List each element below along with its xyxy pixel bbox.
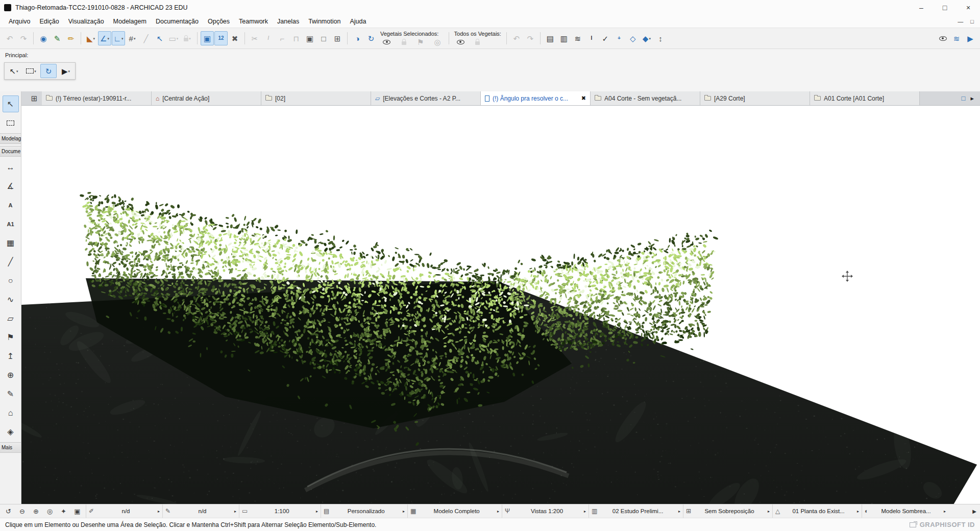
menu-edicao[interactable]: Edição	[35, 15, 63, 28]
overlay-field[interactable]: ⊞Sem Sobreposição▸	[683, 504, 772, 518]
layer-combination-field[interactable]: ▤Personalizado▸	[321, 504, 407, 518]
tab-7[interactable]: A01 Corte [A01 Corte]	[810, 91, 920, 105]
dimension-style-field[interactable]: ΨVistas 1:200▸	[502, 504, 589, 518]
label-tool[interactable]: A1	[3, 215, 19, 232]
tab-6[interactable]: [A29 Corte]	[700, 91, 810, 105]
select-mode-icon[interactable]: ↖▾	[6, 64, 22, 78]
lock-icon[interactable]: ▾	[181, 31, 194, 45]
split-icon[interactable]: /	[262, 31, 275, 45]
markup-icon[interactable]: ✓	[599, 31, 612, 45]
dimension-tool[interactable]: ↔	[3, 159, 19, 176]
quick-view-options-icon[interactable]	[936, 31, 949, 45]
menu-modelagem[interactable]: Modelagem	[109, 15, 151, 28]
menu-visualizacao[interactable]: Visualização	[64, 15, 109, 28]
marquee-tool[interactable]	[3, 114, 19, 131]
tab-4[interactable]: (!) Ângulo pra resolver o c...✖	[481, 91, 591, 105]
menu-twinmotion[interactable]: Twinmotion	[304, 15, 345, 28]
tab-list-icon[interactable]: ▸	[970, 94, 974, 102]
frame-icon[interactable]: ▭▾	[167, 31, 180, 45]
tab-1[interactable]: ⌂[Central de Ação]	[152, 91, 261, 105]
text-tool[interactable]: A	[3, 197, 19, 213]
line-type-field[interactable]: ✎n/d▸	[162, 504, 239, 518]
object-tool[interactable]: ⌂	[3, 404, 19, 421]
graphisoft-id-badge[interactable]: GRAPHISOFT ID	[910, 521, 975, 528]
lock-all-icon[interactable]	[473, 37, 482, 46]
fills-icon[interactable]: ≋	[571, 31, 584, 45]
tab-2[interactable]: [02]	[261, 91, 371, 105]
circle-tool[interactable]: ○	[3, 272, 19, 289]
tab-0[interactable]: (!) Térreo (estar)-190911-r...	[42, 91, 152, 105]
sidebar-section-modelag[interactable]: Modelag	[0, 133, 21, 144]
sidebar-section-mais[interactable]: Mais	[0, 442, 21, 453]
tab-3[interactable]: ▱[Elevações e Cortes - A2 P...	[371, 91, 481, 105]
pan-icon[interactable]: ◎	[43, 505, 56, 517]
coordinates-icon[interactable]: ✖	[228, 31, 241, 45]
text-style-icon[interactable]: I	[585, 31, 598, 45]
menu-documentacao[interactable]: Documentação	[151, 15, 203, 28]
detail-tool[interactable]: ✎	[3, 385, 19, 402]
measure-icon[interactable]: +	[612, 31, 626, 45]
tab-overview-icon[interactable]: □	[962, 94, 966, 102]
arrow-tool[interactable]: ↖	[3, 95, 19, 112]
rotate-view-icon[interactable]: ↻	[40, 64, 57, 78]
find-select-icon[interactable]: ◉	[37, 31, 50, 45]
lock-selected-icon[interactable]	[399, 37, 408, 46]
intersect-icon[interactable]: ⊓	[289, 31, 303, 45]
transfer-settings-icon[interactable]: ↕	[654, 31, 667, 45]
menu-ajuda[interactable]: Ajuda	[345, 15, 371, 28]
ungroup-icon[interactable]: □	[317, 31, 330, 45]
line-tool[interactable]: ╱	[3, 253, 19, 270]
go-to-view-icon[interactable]: ▶	[964, 31, 977, 45]
tab-close-icon[interactable]: ✖	[581, 95, 586, 102]
tracker-icon[interactable]: 12	[214, 31, 228, 45]
element-snap-icon[interactable]: ▣	[201, 31, 214, 45]
skewed-grid-icon[interactable]: ╱	[139, 31, 153, 45]
elevation-tool[interactable]: ↥	[3, 348, 19, 365]
renovation-filter-field[interactable]: △01 Planta do Exist...▸	[772, 504, 862, 518]
tab-overview-grid-icon[interactable]: ⊞	[27, 91, 42, 105]
renovation-icon[interactable]: ▤	[544, 31, 557, 45]
next-view-icon[interactable]: ↷	[524, 31, 537, 45]
layers-panel-icon[interactable]: ▥	[557, 31, 571, 45]
section-tool[interactable]: ⚑	[3, 329, 19, 346]
gravity-icon[interactable]: ↖	[153, 31, 166, 45]
explore-icon[interactable]: ✦	[57, 505, 70, 517]
trim-icon[interactable]: ✂	[248, 31, 261, 45]
inject-parameters-icon[interactable]: ✏	[64, 31, 78, 45]
maximize-button[interactable]: □	[933, 0, 957, 15]
undo-icon[interactable]: ↶	[3, 31, 16, 45]
render-mode-field[interactable]: ◐Modelo Sombrea...▸	[862, 504, 948, 518]
tab-5[interactable]: A04 Corte - Sem vegetaçã...	[591, 91, 700, 105]
child-restore-icon[interactable]: □	[970, 18, 974, 25]
show-selected-icon[interactable]	[381, 37, 392, 46]
child-minimize-icon[interactable]: —	[958, 18, 963, 25]
scale-field[interactable]: ▭1:100▸	[239, 504, 321, 518]
arrow-tool-icon[interactable]: ▶▾	[58, 64, 74, 78]
angle-dimension-tool[interactable]: ∡	[3, 178, 19, 195]
previous-view-icon[interactable]: ↶	[510, 31, 523, 45]
show-all-icon[interactable]	[455, 37, 466, 46]
spline-tool[interactable]: ∿	[3, 291, 19, 308]
fill-tool[interactable]: ▦	[3, 234, 19, 251]
shading-icon[interactable]: ◑	[351, 31, 364, 45]
sidebar-section-docume[interactable]: Docume	[0, 146, 21, 157]
marquee-mode-icon[interactable]: ▾	[23, 64, 39, 78]
snap-grid-icon[interactable]: #▾	[126, 31, 139, 45]
guide-lines-icon[interactable]: ◣▾	[84, 31, 97, 45]
marker-icon[interactable]: ◆▾	[640, 31, 653, 45]
graphic-overrides-icon[interactable]: ≋	[950, 31, 963, 45]
flag-selected-icon[interactable]: ⚑	[415, 37, 425, 46]
menu-teamwork[interactable]: Teamwork	[234, 15, 273, 28]
pen-display-field[interactable]: ▥02 Estudo Prelimi...▸	[589, 504, 683, 518]
mesh-tool[interactable]: ◈	[3, 423, 19, 440]
adjust-icon[interactable]: ⌐	[276, 31, 289, 45]
pick-up-parameters-icon[interactable]: ✎	[51, 31, 64, 45]
minimize-button[interactable]: –	[910, 0, 933, 15]
menu-janelas[interactable]: Janelas	[273, 15, 304, 28]
zoom-in-icon[interactable]: ⊕	[30, 505, 42, 517]
pin-selected-icon[interactable]: ◎	[432, 37, 442, 46]
redo-icon[interactable]: ↷	[17, 31, 30, 45]
fit-in-window-icon[interactable]: ▣	[71, 505, 84, 517]
pen-set-field[interactable]: ✐n/d▸	[86, 504, 162, 518]
drawing-tool[interactable]: ▱	[3, 310, 19, 327]
